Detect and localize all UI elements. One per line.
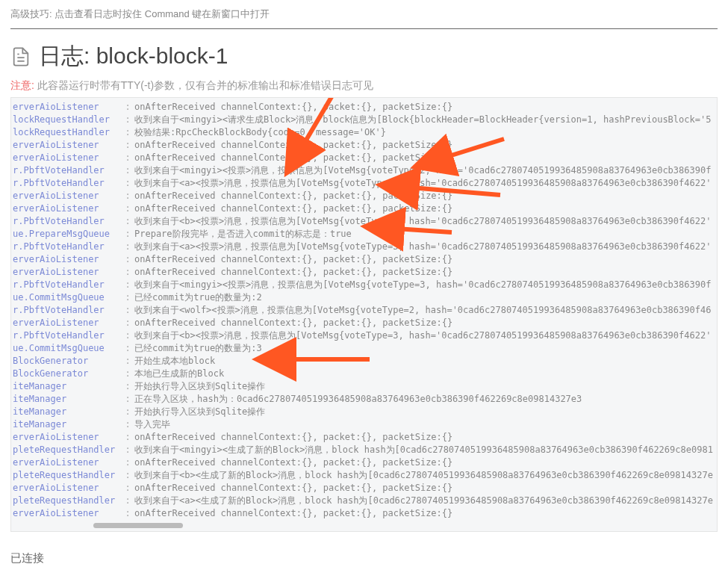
tip-text: 高级技巧: 点击查看日志时按住 Command 键在新窗口中打开 bbox=[0, 0, 728, 28]
log-message: Prepare阶段完毕，是否进入commit的标志是：true bbox=[134, 228, 352, 241]
log-message: 收到来自于<b><投票>消息，投票信息为[VoteMsg{voteType=3,… bbox=[134, 329, 711, 342]
log-source: erverAioListener bbox=[13, 431, 121, 444]
log-source: erverAioListener bbox=[13, 139, 121, 152]
log-message: 开始执行导入区块到Sqlite操作 bbox=[134, 406, 265, 418]
log-line: iteManager: 开始执行导入区块到Sqlite操作 bbox=[13, 406, 718, 418]
log-line: erverAioListener: onAfterReceived channe… bbox=[13, 507, 718, 520]
log-message: 收到来自于<a><生成了新的Block>消息，block hash为[0cad6… bbox=[134, 495, 713, 507]
log-line: r.PbftVoteHandler: 收到来自于<b><投票>消息，投票信息为[… bbox=[13, 215, 718, 228]
log-message: onAfterReceived channelContext:{}, packe… bbox=[134, 431, 452, 444]
log-source: r.PbftVoteHandler bbox=[13, 215, 121, 228]
log-line: r.PbftVoteHandler: 收到来自于<wolf><投票>消息，投票信… bbox=[13, 304, 718, 317]
log-source: ue.PrepareMsgQueue bbox=[13, 228, 121, 241]
log-message: 收到来自于<mingyi><投票>消息，投票信息为[VoteMsg{voteTy… bbox=[134, 279, 711, 291]
log-line: r.PbftVoteHandler: 收到来自于<b><投票>消息，投票信息为[… bbox=[13, 329, 718, 342]
log-source: erverAioListener bbox=[13, 266, 121, 279]
log-line: pleteRequestHandler: 收到来自于<mingyi><生成了新的… bbox=[13, 444, 718, 456]
log-line: ue.CommitMsgQueue: 已经commit为true的数量为:2 bbox=[13, 291, 718, 304]
log-line: BlockGenerator: 本地已生成新的Block bbox=[13, 368, 718, 380]
log-source: erverAioListener bbox=[13, 202, 121, 215]
log-line: erverAioListener: onAfterReceived channe… bbox=[13, 190, 718, 202]
log-line: pleteRequestHandler: 收到来自于<a><生成了新的Block… bbox=[13, 495, 718, 507]
notice-text: 此容器运行时带有TTY(-t)参数，仅有合并的标准输出和标准错误日志可见 bbox=[34, 79, 373, 91]
log-source: iteManager bbox=[13, 380, 121, 393]
log-source: r.PbftVoteHandler bbox=[13, 241, 121, 253]
log-line: erverAioListener: onAfterReceived channe… bbox=[13, 456, 718, 469]
log-line: iteManager: 开始执行导入区块到Sqlite操作 bbox=[13, 380, 718, 393]
log-line: erverAioListener: onAfterReceived channe… bbox=[13, 139, 718, 152]
log-message: onAfterReceived channelContext:{}, packe… bbox=[134, 101, 452, 114]
horizontal-scrollbar[interactable] bbox=[93, 523, 183, 528]
log-message: onAfterReceived channelContext:{}, packe… bbox=[134, 456, 452, 469]
log-source: BlockGenerator bbox=[13, 368, 121, 380]
log-source: r.PbftVoteHandler bbox=[13, 279, 121, 291]
log-message: onAfterReceived channelContext:{}, packe… bbox=[134, 317, 452, 329]
log-output[interactable]: erverAioListener: onAfterReceived channe… bbox=[10, 97, 718, 532]
page-title: 日志: block-block-1 bbox=[39, 41, 228, 72]
log-line: r.PbftVoteHandler: 收到来自于<mingyi><投票>消息，投… bbox=[13, 279, 718, 291]
log-line: erverAioListener: onAfterReceived channe… bbox=[13, 482, 718, 495]
log-line: erverAioListener: onAfterReceived channe… bbox=[13, 266, 718, 279]
connection-status: 已连接 bbox=[0, 532, 728, 564]
log-message: onAfterReceived channelContext:{}, packe… bbox=[134, 266, 452, 279]
log-line: r.PbftVoteHandler: 收到来自于<mingyi><投票>消息，投… bbox=[13, 164, 718, 177]
log-line: r.PbftVoteHandler: 收到来自于<a><投票>消息，投票信息为[… bbox=[13, 241, 718, 253]
log-source: erverAioListener bbox=[13, 317, 121, 329]
log-line: ue.PrepareMsgQueue: Prepare阶段完毕，是否进入comm… bbox=[13, 228, 718, 241]
log-line: iteManager: 导入完毕 bbox=[13, 418, 718, 431]
notice-label: 注意: bbox=[10, 79, 34, 91]
log-message: onAfterReceived channelContext:{}, packe… bbox=[134, 507, 452, 520]
log-message: 已经commit为true的数量为:2 bbox=[134, 291, 262, 304]
log-message: 收到来自于<wolf><投票>消息，投票信息为[VoteMsg{voteType… bbox=[134, 304, 711, 317]
log-source: erverAioListener bbox=[13, 190, 121, 202]
log-line: erverAioListener: onAfterReceived channe… bbox=[13, 317, 718, 329]
log-line: erverAioListener: onAfterReceived channe… bbox=[13, 101, 718, 114]
log-line: erverAioListener: onAfterReceived channe… bbox=[13, 202, 718, 215]
document-icon bbox=[10, 46, 31, 67]
log-message: 收到来自于<a><投票>消息，投票信息为[VoteMsg{voteType=3,… bbox=[134, 241, 711, 253]
log-source: lockRequestHandler bbox=[13, 126, 121, 139]
log-source: iteManager bbox=[13, 406, 121, 418]
log-line: erverAioListener: onAfterReceived channe… bbox=[13, 152, 718, 164]
log-source: erverAioListener bbox=[13, 101, 121, 114]
log-line: iteManager: 正在导入区块，hash为：0cad6c278074051… bbox=[13, 393, 718, 406]
log-message: 收到来自于<mingyi><生成了新的Block>消息，block hash为[… bbox=[134, 444, 713, 456]
log-message: 本地已生成新的Block bbox=[134, 368, 224, 380]
log-source: erverAioListener bbox=[13, 253, 121, 266]
log-message: onAfterReceived channelContext:{}, packe… bbox=[134, 202, 452, 215]
log-source: erverAioListener bbox=[13, 507, 121, 520]
log-line: erverAioListener: onAfterReceived channe… bbox=[13, 253, 718, 266]
log-message: 正在导入区块，hash为：0cad6c2780740519936485908a8… bbox=[134, 393, 582, 406]
log-message: 收到来自于<b><生成了新的Block>消息，block hash为[0cad6… bbox=[134, 469, 713, 482]
log-message: onAfterReceived channelContext:{}, packe… bbox=[134, 152, 452, 164]
log-message: onAfterReceived channelContext:{}, packe… bbox=[134, 190, 452, 202]
log-source: lockRequestHandler bbox=[13, 114, 121, 126]
log-line: lockRequestHandler: 收到来自于<mingyi><请求生成Bl… bbox=[13, 114, 718, 126]
log-message: 校验结果:RpcCheckBlockBody{code=0, message='… bbox=[134, 126, 386, 139]
log-source: pleteRequestHandler bbox=[13, 469, 121, 482]
log-line: r.PbftVoteHandler: 收到来自于<a><投票>消息，投票信息为[… bbox=[13, 177, 718, 190]
log-line: ue.CommitMsgQueue: 已经commit为true的数量为:3 bbox=[13, 342, 718, 355]
log-source: ue.CommitMsgQueue bbox=[13, 342, 121, 355]
log-source: r.PbftVoteHandler bbox=[13, 329, 121, 342]
log-source: erverAioListener bbox=[13, 456, 121, 469]
log-source: r.PbftVoteHandler bbox=[13, 304, 121, 317]
log-message: 收到来自于<mingyi><投票>消息，投票信息为[VoteMsg{voteTy… bbox=[134, 164, 711, 177]
log-source: iteManager bbox=[13, 393, 121, 406]
divider bbox=[10, 28, 718, 29]
log-message: onAfterReceived channelContext:{}, packe… bbox=[134, 253, 452, 266]
log-source: erverAioListener bbox=[13, 152, 121, 164]
log-message: 开始执行导入区块到Sqlite操作 bbox=[134, 380, 265, 393]
log-message: 导入完毕 bbox=[134, 418, 170, 431]
log-source: ue.CommitMsgQueue bbox=[13, 291, 121, 304]
log-message: 开始生成本地block bbox=[134, 355, 215, 368]
log-message: onAfterReceived channelContext:{}, packe… bbox=[134, 139, 452, 152]
log-source: r.PbftVoteHandler bbox=[13, 177, 121, 190]
log-line: erverAioListener: onAfterReceived channe… bbox=[13, 431, 718, 444]
log-message: 收到来自于<mingyi><请求生成Block>消息，block信息为[Bloc… bbox=[134, 114, 711, 126]
log-message: 收到来自于<b><投票>消息，投票信息为[VoteMsg{voteType=2,… bbox=[134, 215, 711, 228]
log-source: r.PbftVoteHandler bbox=[13, 164, 121, 177]
log-line: BlockGenerator: 开始生成本地block bbox=[13, 355, 718, 368]
title-row: 日志: block-block-1 bbox=[0, 35, 728, 75]
log-line: pleteRequestHandler: 收到来自于<b><生成了新的Block… bbox=[13, 469, 718, 482]
